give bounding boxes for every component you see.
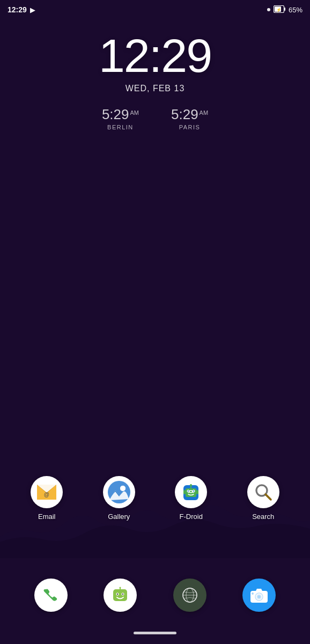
dock-camera[interactable] [242,579,276,612]
search-label: Search [252,513,274,521]
svg-rect-19 [183,490,186,494]
svg-rect-20 [196,490,198,494]
berlin-ampm: AM [130,109,139,116]
svg-point-31 [120,587,121,589]
svg-point-18 [190,484,192,486]
app-fdroid[interactable]: F-Droid [175,476,207,521]
email-label: Email [38,513,56,521]
svg-point-39 [257,595,261,598]
fdroid-icon [175,476,207,508]
svg-text:⚡: ⚡ [276,7,282,12]
main-date: WED, FEB 13 [126,84,185,93]
world-clock-paris: 5:29 AM PARIS [171,106,208,130]
svg-rect-25 [113,589,127,601]
svg-point-9 [120,486,126,491]
status-bar: 12:29 ▶ ⚡ 65% [0,0,310,19]
status-time: 12:29 [8,5,27,14]
gallery-icon [103,476,135,508]
app-search[interactable]: Search [247,476,279,521]
email-icon: @ [31,476,63,508]
paris-time: 5:29 AM [171,106,208,123]
network-dot [267,8,270,11]
status-right: ⚡ 65% [267,5,302,14]
svg-rect-1 [284,8,285,11]
status-left: 12:29 ▶ [8,5,35,14]
search-icon [247,476,279,508]
dock-browser[interactable] [173,579,206,612]
world-clocks: 5:29 AM BERLIN 5:29 AM PARIS [102,106,208,130]
gallery-label: Gallery [108,513,130,521]
fdroid-label: F-Droid [180,513,203,521]
berlin-label: BERLIN [107,124,134,130]
svg-point-28 [117,594,118,595]
dock-messenger[interactable] [104,579,137,612]
svg-point-29 [122,594,123,595]
app-gallery[interactable]: Gallery [103,476,135,521]
paris-label: PARIS [179,124,201,130]
app-row: @ Email Gallery [0,476,310,521]
home-indicator[interactable] [134,632,176,634]
svg-line-24 [265,494,270,499]
dock [0,579,310,612]
world-clock-berlin: 5:29 AM BERLIN [102,106,139,130]
battery-percent: 65% [289,6,302,14]
svg-text:@: @ [44,492,49,497]
berlin-time: 5:29 AM [102,106,139,123]
paris-ampm: AM [200,109,209,116]
location-icon: ▶ [30,6,35,14]
dock-phone[interactable] [34,579,68,612]
battery-icon: ⚡ [274,5,285,14]
main-clock: 12:29 [99,32,211,79]
svg-point-40 [252,592,254,595]
clock-area: 12:29 WED, FEB 13 5:29 AM BERLIN 5:29 AM… [0,32,310,130]
app-email[interactable]: @ Email [31,476,63,521]
